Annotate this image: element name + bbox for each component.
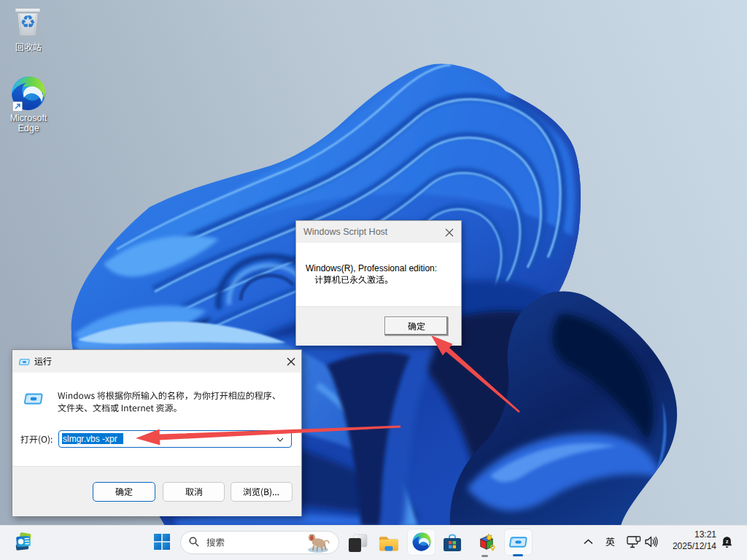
svg-text:z: z [726,538,729,545]
